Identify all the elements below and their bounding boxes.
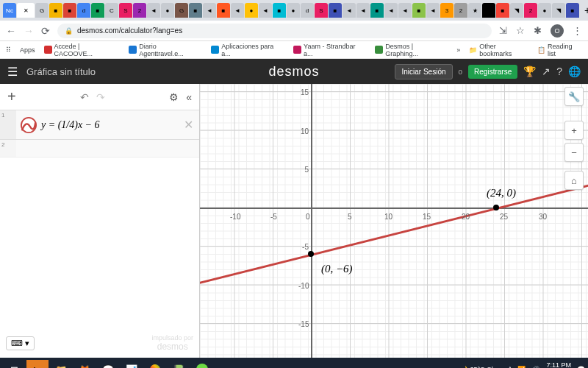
tab[interactable]: S	[119, 3, 132, 18]
undo-button[interactable]: ↶	[80, 91, 89, 103]
tab[interactable]: ◥	[552, 3, 565, 18]
register-button[interactable]: Registrarse	[468, 65, 517, 79]
tab[interactable]: 2	[133, 3, 146, 18]
bookmark[interactable]: Aplicaciones para a...	[211, 43, 284, 57]
watermark: desmos	[151, 342, 193, 352]
tab[interactable]: ■	[412, 3, 426, 18]
zoom-in-button[interactable]: +	[564, 121, 584, 140]
profile-avatar[interactable]: O	[551, 24, 564, 38]
menu-icon[interactable]: ⋮	[573, 25, 582, 36]
tab[interactable]: ●	[245, 3, 258, 18]
hamburger-icon[interactable]: ☰	[7, 65, 18, 79]
expression-color-icon[interactable]	[21, 117, 37, 133]
tab[interactable]: Nc	[3, 3, 16, 18]
expression-row[interactable]: 1 y = (1/4)x − 6 ✕	[0, 110, 199, 140]
collapse-panel-icon[interactable]: «	[186, 91, 192, 103]
tab[interactable]: ●	[161, 3, 174, 18]
apps-icon[interactable]: ⠿	[6, 46, 11, 54]
tab[interactable]: ◄	[343, 3, 356, 18]
forward-button[interactable]: →	[24, 25, 34, 37]
tab[interactable]: ■	[370, 3, 384, 18]
star-icon[interactable]: ☆	[516, 25, 525, 36]
tab[interactable]: ◄	[231, 3, 244, 18]
tab[interactable]: ◄	[398, 3, 412, 18]
taskbar-app[interactable]: 📗	[168, 360, 190, 368]
browser-tabs[interactable]: Nc ✕ G ■ ■ d ■ C S 2 ◄ ● G ■ ◄ ■ ◄ ● ◄ ■…	[0, 0, 588, 21]
keyboard-button[interactable]: ⌨ ▾	[6, 336, 35, 350]
taskbar-app[interactable]: 🦊	[74, 360, 96, 368]
tab[interactable]: 3	[440, 3, 453, 18]
tab[interactable]: d	[301, 3, 314, 18]
tab-active[interactable]: ✕	[17, 3, 35, 18]
tab[interactable]: ■	[329, 3, 342, 18]
address-bar[interactable]: 🔒 desmos.com/calculator?lang=es	[57, 24, 492, 38]
settings-icon[interactable]: ⚙	[169, 91, 179, 103]
system-clock[interactable]: 7:11 PM 1/6/2022	[545, 362, 571, 368]
point-intercept-y[interactable]	[308, 251, 314, 257]
tab[interactable]: C	[105, 3, 118, 18]
tab[interactable]: ■	[496, 3, 509, 18]
taskbar-app[interactable]: 💬	[97, 360, 119, 368]
reading-list[interactable]: 📋Reading list	[537, 43, 582, 57]
tab[interactable]: ◄	[203, 3, 216, 18]
tab[interactable]: ●	[538, 3, 551, 18]
tab[interactable]: ●	[287, 3, 300, 18]
point-intercept-x[interactable]	[493, 205, 499, 210]
tab[interactable]: d	[77, 3, 90, 18]
tab[interactable]: 2	[454, 3, 467, 18]
reload-button[interactable]: ⟳	[41, 25, 50, 37]
share-icon[interactable]: ↗	[542, 66, 551, 77]
delete-expression-icon[interactable]: ✕	[184, 118, 193, 132]
login-button[interactable]: Iniciar Sesión	[395, 64, 452, 79]
taskbar-app[interactable]	[144, 360, 166, 368]
tab[interactable]: G	[35, 3, 49, 18]
bookmark[interactable]: Diario Agenttravel.e...	[129, 43, 202, 57]
graph-canvas[interactable]: (0, −6) (24, 0) 15 10 5 -5 -10 -15 -10 -…	[200, 84, 588, 358]
bookmark[interactable]: Accede | CACOOVE...	[44, 43, 121, 57]
tab[interactable]: ■	[49, 3, 62, 18]
wrench-icon[interactable]: 🔧	[564, 87, 584, 106]
bookmark-overflow[interactable]: »	[456, 46, 460, 54]
tab[interactable]: G	[175, 3, 188, 18]
tab[interactable]: ■	[91, 3, 104, 18]
tab[interactable]: ◄	[356, 3, 370, 18]
bookmark[interactable]: Yaam - Strandbar a...	[293, 43, 366, 57]
other-bookmarks[interactable]: 📁Other bookmarks	[469, 43, 530, 57]
bookmark[interactable]: Desmos | Graphing...	[375, 43, 448, 57]
windows-taskbar[interactable]: ⊞ ▶ 📁 🦊 💬 📊 📗 🌙 25°C Clear ^ 📶 🔊 7:11 PM…	[0, 358, 588, 368]
taskbar-app[interactable]	[191, 360, 213, 368]
back-button[interactable]: ←	[6, 25, 16, 37]
add-expression-button[interactable]: +	[7, 88, 16, 105]
tab[interactable]: ◄	[426, 3, 440, 18]
taskbar-app[interactable]: 📊	[121, 360, 143, 368]
tab[interactable]: 2	[524, 3, 537, 18]
tab[interactable]: ■	[189, 3, 202, 18]
start-button[interactable]: ⊞	[3, 360, 25, 368]
tab[interactable]: ◄	[259, 3, 272, 18]
tab[interactable]: S	[315, 3, 328, 18]
redo-button[interactable]: ↷	[96, 91, 105, 103]
home-button[interactable]: ⌂	[564, 171, 584, 190]
tab[interactable]: ■	[482, 3, 495, 18]
trophy-icon[interactable]: 🏆	[523, 66, 536, 77]
zoom-out-button[interactable]: −	[564, 143, 584, 162]
tab[interactable]: ■	[63, 3, 76, 18]
extension-icon[interactable]: ✱	[534, 25, 542, 36]
language-icon[interactable]: 🌐	[568, 66, 581, 77]
tab[interactable]: ◄	[384, 3, 398, 18]
tab[interactable]: ■	[217, 3, 230, 18]
tab[interactable]: ■	[273, 3, 286, 18]
tab[interactable]: ◥	[510, 3, 523, 18]
help-icon[interactable]: ?	[556, 66, 562, 77]
new-tab-button[interactable]: +	[580, 3, 588, 18]
share-icon[interactable]: ⇲	[499, 25, 507, 36]
tab[interactable]: ★	[468, 3, 481, 18]
tab[interactable]: ◄	[147, 3, 160, 18]
tab[interactable]: ■	[566, 3, 579, 18]
taskbar-app[interactable]: 📁	[50, 360, 72, 368]
graph-title[interactable]: Gráfica sin título	[26, 66, 96, 77]
expression-text[interactable]: y = (1/4)x − 6	[41, 119, 100, 131]
taskbar-app[interactable]: ▶	[26, 360, 49, 368]
apps-label[interactable]: Apps	[20, 46, 35, 54]
expression-row-empty[interactable]: 2	[0, 140, 199, 158]
